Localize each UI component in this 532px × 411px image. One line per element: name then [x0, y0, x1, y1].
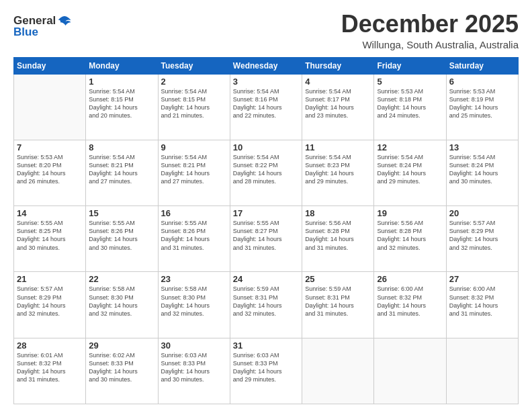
calendar-week-row: 1Sunrise: 5:54 AM Sunset: 8:15 PM Daylig… — [14, 74, 519, 140]
calendar-week-row: 21Sunrise: 5:57 AM Sunset: 8:29 PM Dayli… — [14, 272, 519, 338]
day-number: 10 — [233, 142, 299, 152]
table-row: 26Sunrise: 6:00 AM Sunset: 8:32 PM Dayli… — [374, 272, 446, 338]
day-number: 13 — [449, 142, 515, 152]
day-info: Sunrise: 6:00 AM Sunset: 8:32 PM Dayligh… — [449, 285, 515, 318]
day-number: 18 — [305, 208, 371, 218]
day-info: Sunrise: 5:55 AM Sunset: 8:26 PM Dayligh… — [161, 219, 227, 252]
day-number: 21 — [17, 274, 83, 284]
table-row: 14Sunrise: 5:55 AM Sunset: 8:25 PM Dayli… — [14, 206, 86, 272]
table-row: 31Sunrise: 6:03 AM Sunset: 8:33 PM Dayli… — [230, 338, 302, 404]
day-number: 12 — [377, 142, 443, 152]
table-row: 13Sunrise: 5:54 AM Sunset: 8:24 PM Dayli… — [446, 140, 518, 205]
day-info: Sunrise: 5:57 AM Sunset: 8:29 PM Dayligh… — [449, 219, 515, 252]
day-number: 1 — [89, 77, 154, 87]
day-number: 6 — [449, 77, 515, 87]
table-row: 24Sunrise: 5:59 AM Sunset: 8:31 PM Dayli… — [230, 272, 302, 338]
day-number: 5 — [377, 77, 443, 87]
calendar-title: December 2025 — [341, 11, 519, 38]
day-info: Sunrise: 6:00 AM Sunset: 8:32 PM Dayligh… — [377, 285, 443, 318]
table-row: 1Sunrise: 5:54 AM Sunset: 8:15 PM Daylig… — [86, 74, 158, 140]
day-info: Sunrise: 5:59 AM Sunset: 8:31 PM Dayligh… — [305, 285, 371, 318]
day-number: 22 — [89, 274, 154, 284]
page: General Blue December 2025 Willunga, Sou… — [0, 0, 532, 411]
day-number: 25 — [305, 274, 371, 284]
table-row: 6Sunrise: 5:53 AM Sunset: 8:19 PM Daylig… — [446, 74, 518, 140]
day-info: Sunrise: 5:54 AM Sunset: 8:16 PM Dayligh… — [233, 87, 299, 120]
calendar-week-row: 28Sunrise: 6:01 AM Sunset: 8:32 PM Dayli… — [14, 338, 519, 404]
day-number: 2 — [161, 77, 227, 87]
day-number: 20 — [449, 208, 515, 218]
day-number: 14 — [17, 208, 83, 218]
table-row: 30Sunrise: 6:03 AM Sunset: 8:33 PM Dayli… — [158, 338, 230, 404]
col-thursday: Thursday — [302, 57, 374, 74]
col-sunday: Sunday — [14, 57, 86, 74]
day-info: Sunrise: 5:54 AM Sunset: 8:15 PM Dayligh… — [161, 87, 227, 120]
day-info: Sunrise: 5:53 AM Sunset: 8:20 PM Dayligh… — [17, 153, 83, 186]
day-info: Sunrise: 6:03 AM Sunset: 8:33 PM Dayligh… — [233, 351, 299, 384]
day-number: 29 — [89, 340, 154, 351]
table-row: 9Sunrise: 5:54 AM Sunset: 8:21 PM Daylig… — [158, 140, 230, 205]
day-number: 8 — [89, 142, 154, 152]
day-number: 24 — [233, 274, 299, 284]
day-info: Sunrise: 6:01 AM Sunset: 8:32 PM Dayligh… — [17, 351, 83, 384]
day-number: 7 — [17, 142, 83, 152]
day-info: Sunrise: 5:58 AM Sunset: 8:30 PM Dayligh… — [161, 285, 227, 318]
header: General Blue December 2025 Willunga, Sou… — [13, 11, 519, 50]
day-info: Sunrise: 5:53 AM Sunset: 8:18 PM Dayligh… — [377, 87, 443, 120]
col-monday: Monday — [86, 57, 158, 74]
table-row: 12Sunrise: 5:54 AM Sunset: 8:24 PM Dayli… — [374, 140, 446, 205]
day-info: Sunrise: 5:54 AM Sunset: 8:23 PM Dayligh… — [305, 153, 371, 186]
logo-bird-icon — [57, 13, 72, 28]
calendar-week-row: 14Sunrise: 5:55 AM Sunset: 8:25 PM Dayli… — [14, 206, 519, 272]
day-number: 4 — [305, 77, 371, 87]
day-number: 31 — [233, 340, 299, 351]
day-number: 15 — [89, 208, 154, 218]
day-info: Sunrise: 5:54 AM Sunset: 8:15 PM Dayligh… — [89, 87, 154, 120]
day-number: 11 — [305, 142, 371, 152]
day-info: Sunrise: 5:55 AM Sunset: 8:27 PM Dayligh… — [233, 219, 299, 252]
table-row — [446, 338, 518, 404]
table-row: 3Sunrise: 5:54 AM Sunset: 8:16 PM Daylig… — [230, 74, 302, 140]
day-info: Sunrise: 5:54 AM Sunset: 8:21 PM Dayligh… — [89, 153, 154, 186]
day-info: Sunrise: 5:59 AM Sunset: 8:31 PM Dayligh… — [233, 285, 299, 318]
table-row: 11Sunrise: 5:54 AM Sunset: 8:23 PM Dayli… — [302, 140, 374, 205]
table-row — [374, 338, 446, 404]
table-row: 18Sunrise: 5:56 AM Sunset: 8:28 PM Dayli… — [302, 206, 374, 272]
day-info: Sunrise: 5:55 AM Sunset: 8:25 PM Dayligh… — [17, 219, 83, 252]
day-number: 28 — [17, 340, 83, 351]
col-tuesday: Tuesday — [158, 57, 230, 74]
table-row: 28Sunrise: 6:01 AM Sunset: 8:32 PM Dayli… — [14, 338, 86, 404]
day-info: Sunrise: 5:56 AM Sunset: 8:28 PM Dayligh… — [305, 219, 371, 252]
col-friday: Friday — [374, 57, 446, 74]
table-row: 10Sunrise: 5:54 AM Sunset: 8:22 PM Dayli… — [230, 140, 302, 205]
table-row: 17Sunrise: 5:55 AM Sunset: 8:27 PM Dayli… — [230, 206, 302, 272]
table-row: 23Sunrise: 5:58 AM Sunset: 8:30 PM Dayli… — [158, 272, 230, 338]
table-row: 27Sunrise: 6:00 AM Sunset: 8:32 PM Dayli… — [446, 272, 518, 338]
day-number: 23 — [161, 274, 227, 284]
table-row: 21Sunrise: 5:57 AM Sunset: 8:29 PM Dayli… — [14, 272, 86, 338]
table-row: 7Sunrise: 5:53 AM Sunset: 8:20 PM Daylig… — [14, 140, 86, 205]
table-row: 8Sunrise: 5:54 AM Sunset: 8:21 PM Daylig… — [86, 140, 158, 205]
day-info: Sunrise: 5:57 AM Sunset: 8:29 PM Dayligh… — [17, 285, 83, 318]
calendar-table: Sunday Monday Tuesday Wednesday Thursday… — [13, 57, 519, 404]
day-info: Sunrise: 5:54 AM Sunset: 8:24 PM Dayligh… — [449, 153, 515, 186]
table-row: 5Sunrise: 5:53 AM Sunset: 8:18 PM Daylig… — [374, 74, 446, 140]
day-info: Sunrise: 5:55 AM Sunset: 8:26 PM Dayligh… — [89, 219, 154, 252]
day-number: 30 — [161, 340, 227, 351]
table-row: 2Sunrise: 5:54 AM Sunset: 8:15 PM Daylig… — [158, 74, 230, 140]
table-row: 4Sunrise: 5:54 AM Sunset: 8:17 PM Daylig… — [302, 74, 374, 140]
col-saturday: Saturday — [446, 57, 518, 74]
day-number: 26 — [377, 274, 443, 284]
calendar-header-row: Sunday Monday Tuesday Wednesday Thursday… — [14, 57, 519, 74]
day-info: Sunrise: 5:54 AM Sunset: 8:24 PM Dayligh… — [377, 153, 443, 186]
table-row — [14, 74, 86, 140]
table-row: 15Sunrise: 5:55 AM Sunset: 8:26 PM Dayli… — [86, 206, 158, 272]
table-row: 19Sunrise: 5:56 AM Sunset: 8:28 PM Dayli… — [374, 206, 446, 272]
table-row — [302, 338, 374, 404]
table-row: 16Sunrise: 5:55 AM Sunset: 8:26 PM Dayli… — [158, 206, 230, 272]
day-number: 19 — [377, 208, 443, 218]
calendar-week-row: 7Sunrise: 5:53 AM Sunset: 8:20 PM Daylig… — [14, 140, 519, 205]
day-number: 17 — [233, 208, 299, 218]
calendar-subtitle: Willunga, South Australia, Australia — [341, 39, 519, 50]
table-row: 29Sunrise: 6:02 AM Sunset: 8:33 PM Dayli… — [86, 338, 158, 404]
